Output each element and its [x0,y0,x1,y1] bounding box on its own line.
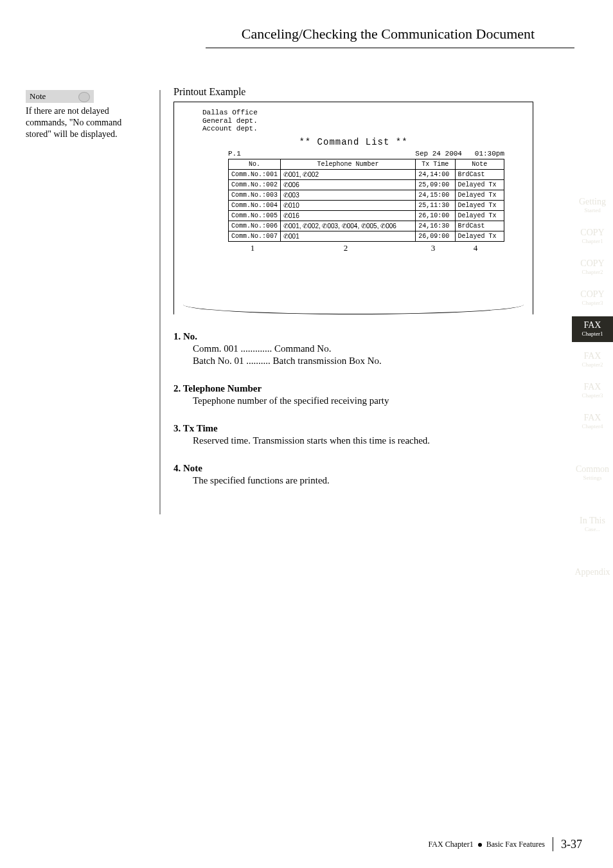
cell-note: Delayed Tx [455,179,504,190]
printout-box: Dallas Office General dept. Account dept… [173,102,533,314]
header-line: Account dept. [202,125,524,133]
section-body-line: The specified functions are printed. [193,475,533,486]
cell-tel: ✆001 [281,231,416,241]
right-tabs: GettingStartedCOPYChapter1COPYChapter2CO… [572,193,613,588]
tab-title: Getting [572,197,613,207]
page-no: P.1 [228,150,241,158]
section: 4. NoteThe specified functions are print… [173,463,533,486]
table-header-row: No. Telephone Number Tx Time Note [229,159,504,169]
note-label-text: Note [30,91,46,101]
marker-row: 1 2 3 4 [228,243,504,253]
vertical-dotted-divider [159,90,161,514]
cell-tx: 25,09:00 [416,179,455,190]
cell-tel: ✆001, ✆002 [281,169,416,179]
side-tab[interactable]: FAXChapter3 [572,378,613,404]
print-date: Sep 24 2004 [415,150,462,158]
tab-title: COPY [572,289,613,300]
page-title: Canceling/Checking the Communication Doc… [208,26,568,42]
cell-no: Comm.No.:003 [229,190,281,200]
side-tab[interactable]: COPYChapter2 [572,255,613,280]
tab-subtitle: Started [572,207,613,213]
footer-text-right: Basic Fax Features [486,840,545,849]
side-tab[interactable]: COPYChapter1 [572,224,613,249]
table-row: Comm.No.:005✆01626,10:00Delayed Tx [229,210,504,221]
tab-subtitle: Chapter4 [572,423,613,429]
footer-text-left: FAX Chapter1 [429,840,474,849]
tab-title: Common [572,464,613,475]
cell-note: Delayed Tx [455,231,504,241]
tab-title: COPY [572,258,613,269]
cell-note: BrdCast [455,169,504,179]
table-row: Comm.No.:004✆01025,11:30Delayed Tx [229,200,504,210]
cell-no: Comm.No.:001 [229,169,281,179]
cell-tel: ✆016 [281,210,416,221]
col-note: Note [455,159,504,169]
marker-2: 2 [277,243,414,253]
tab-subtitle: Chapter1 [572,238,613,244]
table-row: Comm.No.:002✆00625,09:00Delayed Tx [229,179,504,190]
side-tab[interactable]: FAXChapter1 [572,316,613,342]
cell-no: Comm.No.:005 [229,210,281,221]
tab-subtitle: Settings [572,475,613,481]
note-sidebar: Note If there are not delayed commands, … [26,90,145,141]
side-tab[interactable]: FAXChapter2 [572,347,613,373]
cell-tel: ✆003 [281,190,416,200]
main-content: Printout Example Dallas Office General d… [173,86,533,486]
tab-title: FAX [572,382,613,392]
section-body-line: Comm. 001 ............. Command No. [193,343,533,354]
section-head: 2. Telephone Number [173,383,533,394]
section: 3. Tx TimeReserved time. Transmission st… [173,423,533,446]
cell-no: Comm.No.:002 [229,179,281,190]
cell-note: Delayed Tx [455,210,504,221]
tab-subtitle: Chapter3 [572,392,613,399]
cell-note: BrdCast [455,221,504,231]
cell-tx: 24,14:00 [416,169,455,179]
section-head: 4. Note [173,463,533,474]
page-number: 3-37 [561,838,582,851]
tab-subtitle: Chapter3 [572,300,613,306]
tab-title: COPY [572,228,613,238]
section: 2. Telephone NumberTepephone number of t… [173,383,533,406]
header-line: Dallas Office [202,109,524,117]
tab-title: FAX [572,413,613,423]
cell-tx: 26,10:00 [416,210,455,221]
cell-tel: ✆006 [281,179,416,190]
cell-no: Comm.No.:006 [229,221,281,231]
note-icon [78,92,90,102]
bullet-icon [478,843,482,847]
note-text: If there are not delayed commands, "No c… [26,105,145,141]
col-tx: Tx Time [416,159,455,169]
cell-note: Delayed Tx [455,200,504,210]
footer: FAX Chapter1 Basic Fax Features 3-37 [429,837,582,851]
section-body-line: Tepephone number of the specified receiv… [193,395,533,406]
section-body-line: Batch No. 01 .......... Batch transmissi… [193,356,533,366]
table-row: Comm.No.:006✆001, ✆002, ✆003, ✆004, ✆005… [229,221,504,231]
side-tab[interactable]: COPYChapter3 [572,285,613,311]
marker-3: 3 [414,243,452,253]
side-tab[interactable]: FAXChapter4 [572,409,613,435]
cell-tx: 26,09:00 [416,231,455,241]
section-head: 1. No. [173,331,533,342]
cell-tel: ✆001, ✆002, ✆003, ✆004, ✆005, ✆006 [281,221,416,231]
section-body-line: Reserved time. Transmission starts when … [193,435,533,446]
tab-title: FAX [572,351,613,361]
tab-title: FAX [572,320,613,330]
table-row: Comm.No.:003✆00324,15:00Delayed Tx [229,190,504,200]
side-tab[interactable]: CommonSettings [572,460,613,486]
cell-tx: 25,11:30 [416,200,455,210]
tab-title: In This [572,516,613,526]
section-head: 3. Tx Time [173,423,533,434]
command-list-title: ** Command List ** [183,137,524,147]
tab-title: Appendix [572,567,613,577]
marker-4: 4 [452,243,499,253]
side-tab[interactable]: In ThisCase... [572,512,613,538]
side-tab[interactable]: GettingStarted [572,193,613,219]
col-no: No. [229,159,281,169]
title-rule [206,48,574,48]
section: 1. No.Comm. 001 ............. Command No… [173,331,533,366]
printout-label: Printout Example [173,86,533,98]
note-label: Note [26,90,94,103]
side-tab[interactable]: Appendix [572,563,613,583]
cell-note: Delayed Tx [455,190,504,200]
header-line: General dept. [202,117,524,125]
